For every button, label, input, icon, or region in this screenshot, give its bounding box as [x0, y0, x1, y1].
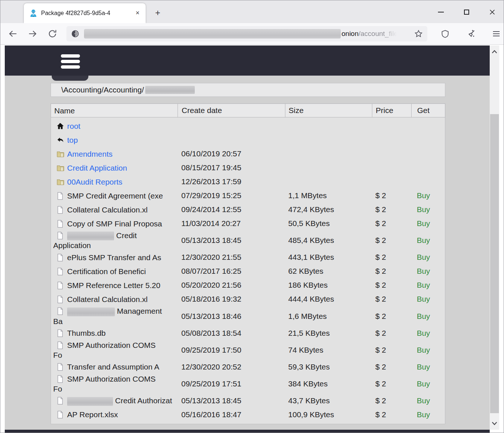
file-icon — [56, 363, 64, 371]
chevron-up-icon — [491, 50, 498, 54]
get-cell: Buy — [411, 363, 445, 371]
scrollbar-thumb[interactable] — [490, 114, 499, 413]
price: $ 2 — [372, 410, 411, 419]
buy-link[interactable]: Buy — [417, 410, 430, 419]
file-size: 62 KBytes — [285, 267, 372, 276]
create-date: 05/08/2013 18:54 — [178, 329, 285, 338]
nav-link[interactable]: root — [67, 122, 80, 130]
buy-link[interactable]: Buy — [417, 312, 430, 320]
scroll-up-button[interactable] — [490, 47, 499, 57]
buy-link[interactable]: Buy — [417, 267, 430, 275]
create-date: 11/03/2014 20:27 — [178, 219, 285, 228]
vertical-scrollbar[interactable] — [490, 46, 499, 430]
minimize-button[interactable] — [432, 5, 449, 19]
table-header-row: NameCreate dateSizePriceGet — [51, 103, 445, 117]
page-viewport: \Accounting/Accounting/ NameCreate dateS… — [0, 45, 504, 433]
column-header-create-date[interactable]: Create date — [178, 104, 285, 117]
close-icon — [489, 9, 495, 15]
price: $ 2 — [372, 329, 411, 338]
file-size: 1,1 MBytes — [285, 191, 372, 200]
file-icon — [56, 220, 64, 228]
table-body: roottopAmendments06/10/2019 20:57Credit … — [51, 117, 445, 424]
file-name: Credit Authorizat — [67, 396, 172, 405]
table-row: SMP Authorization COMSFo09/25/2019 17:51… — [51, 374, 445, 394]
redacted-name-segment — [67, 232, 114, 240]
bookmark-star-button[interactable] — [414, 29, 423, 38]
file-name: SMP Authorization COMSFo — [53, 375, 156, 393]
buy-link[interactable]: Buy — [417, 346, 430, 354]
onion-site-page: \Accounting/Accounting/ NameCreate dateS… — [5, 46, 490, 433]
new-identity-button[interactable] — [463, 26, 478, 41]
spy-person-icon — [29, 9, 38, 18]
browser-window: Package 4f2827d5-9d5a-4 × + — [0, 0, 504, 433]
new-identity-broom-icon — [466, 29, 475, 39]
tab-close-icon[interactable]: × — [133, 9, 142, 18]
minimize-icon — [438, 12, 444, 12]
buy-link[interactable]: Buy — [417, 253, 430, 261]
buy-link[interactable]: Buy — [417, 191, 430, 200]
redacted-breadcrumb-segment — [145, 86, 195, 94]
nav-link[interactable]: top — [67, 136, 78, 144]
file-name: Certification of Benefici — [67, 267, 146, 276]
forward-button[interactable] — [25, 26, 40, 41]
file-icon — [56, 397, 64, 404]
shield-button[interactable] — [438, 26, 452, 41]
file-size: 384 KBytes — [285, 379, 372, 388]
maximize-button[interactable] — [458, 5, 475, 19]
get-cell: Buy — [411, 281, 445, 290]
folder-link[interactable]: Amendments — [67, 150, 113, 158]
file-size: 59,3 KBytes — [285, 363, 372, 371]
file-name: Collateral Calculation.xl — [67, 295, 147, 303]
file-icon — [56, 254, 64, 261]
file-size: 443,1 KBytes — [285, 253, 372, 262]
price: $ 2 — [372, 205, 411, 214]
create-date: 05/18/2016 19:32 — [178, 295, 285, 303]
file-name: Collateral Calculation.xl — [67, 205, 147, 214]
buy-link[interactable]: Buy — [417, 363, 430, 371]
file-name: ePlus SMP Transfer and As — [67, 253, 161, 262]
file-size: 50,5 KBytes — [285, 219, 372, 228]
reload-button[interactable] — [45, 26, 60, 41]
table-row: Copy of SMP Final Proposa11/03/2014 20:2… — [51, 216, 445, 230]
buy-link[interactable]: Buy — [417, 236, 430, 244]
folder-link[interactable]: 00Audit Reports — [67, 178, 123, 186]
close-button[interactable] — [484, 5, 501, 19]
buy-link[interactable]: Buy — [417, 281, 430, 289]
table-row: root — [51, 119, 445, 133]
scroll-down-button[interactable] — [490, 419, 499, 428]
buy-link[interactable]: Buy — [417, 329, 430, 337]
buy-link[interactable]: Buy — [417, 396, 430, 405]
price: $ 2 — [372, 346, 411, 354]
file-icon — [56, 192, 64, 200]
buy-link[interactable]: Buy — [417, 219, 430, 228]
create-date: 05/13/2013 18:45 — [178, 396, 285, 405]
file-icon — [56, 206, 64, 214]
buy-link[interactable]: Buy — [417, 205, 430, 214]
file-name: SMP Credit Agreement (exe — [67, 192, 163, 200]
column-header-price[interactable]: Price — [372, 104, 411, 117]
file-table: NameCreate dateSizePriceGet roottopAmend… — [51, 103, 445, 424]
table-row: AP Report.xlsx05/16/2016 18:47100,9 KByt… — [51, 408, 445, 422]
site-header — [5, 46, 490, 76]
new-tab-button[interactable]: + — [151, 7, 164, 19]
create-date: 08/07/2017 16:25 — [178, 267, 285, 276]
buy-link[interactable]: Buy — [417, 379, 430, 388]
back-button[interactable] — [6, 26, 20, 41]
browser-tab[interactable]: Package 4f2827d5-9d5a-4 × — [24, 3, 146, 23]
file-icon — [56, 268, 64, 275]
hamburger-menu-icon[interactable] — [61, 54, 80, 69]
column-header-get[interactable]: Get — [411, 104, 445, 117]
create-date: 06/10/2019 20:57 — [178, 149, 285, 158]
app-menu-button[interactable] — [489, 26, 504, 41]
column-header-name[interactable]: Name — [51, 104, 178, 117]
file-name: Thumbs.db — [67, 329, 106, 337]
url-bar[interactable]: onion/account_file — [66, 26, 427, 41]
file-icon — [56, 232, 64, 239]
create-date: 05/13/2013 18:45 — [178, 236, 285, 245]
folder-link[interactable]: Credit Application — [67, 164, 127, 172]
column-header-size[interactable]: Size — [285, 104, 372, 117]
chevron-down-icon — [491, 421, 498, 426]
maximize-icon — [464, 10, 469, 15]
buy-link[interactable]: Buy — [417, 295, 430, 303]
get-cell: Buy — [411, 267, 445, 276]
